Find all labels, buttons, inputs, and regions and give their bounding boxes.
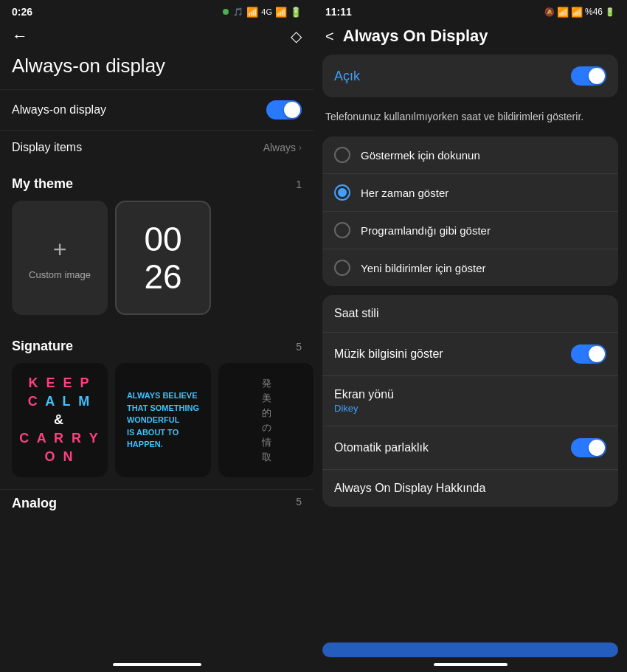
- status-icons-right: 🔕 📶 📶 %46 🔋: [544, 7, 615, 18]
- plus-icon: +: [53, 236, 67, 263]
- page-title-right: Always On Display: [343, 27, 488, 46]
- menu-item-screen-orient[interactable]: Ekran yönü Dikey: [322, 376, 618, 426]
- chevron-icon: ›: [299, 142, 302, 153]
- radio-item-always[interactable]: Her zaman göster: [322, 174, 618, 212]
- always-on-toggle-row: Always-on display: [0, 89, 314, 130]
- analog-title: Analog: [12, 496, 57, 511]
- radio-circle-newnotif: [334, 260, 350, 276]
- display-items-value: Always ›: [263, 142, 302, 153]
- home-indicator-right: [434, 663, 508, 666]
- radio-inner-always: [338, 188, 347, 197]
- clock-style-label: Saat stili: [334, 307, 378, 320]
- wifi-icon: 📶: [275, 7, 287, 18]
- clock-minute: 26: [144, 258, 181, 296]
- bottom-button-partial: [322, 642, 618, 657]
- menu-item-music-info[interactable]: Müzik bilgisini göster: [322, 333, 618, 376]
- my-theme-title: My theme: [12, 176, 73, 192]
- radio-label-touch: Göstermek için dokunun: [361, 149, 480, 162]
- status-icons-left: 🎵 📶 4G 📶 🔋: [223, 7, 302, 18]
- menu-item-auto-brightness[interactable]: Otomatik parlaklık: [322, 426, 618, 470]
- screen-orient-sublabel: Dikey: [334, 403, 394, 414]
- radio-item-touch[interactable]: Göstermek için dokunun: [322, 136, 618, 174]
- my-theme-count: 1: [296, 179, 302, 190]
- radio-label-always: Her zaman göster: [361, 187, 448, 199]
- network-label: 4G: [261, 7, 272, 16]
- radio-item-scheduled[interactable]: Programlandığı gibi göster: [322, 212, 618, 249]
- radio-label-scheduled: Programlandığı gibi göster: [361, 224, 491, 237]
- signature-count: 5: [296, 341, 302, 353]
- signature-title: Signature: [12, 339, 73, 354]
- music-info-toggle[interactable]: [571, 344, 606, 364]
- radio-circle-touch: [334, 147, 350, 163]
- radio-label-newnotif: Yeni bildirimler için göster: [361, 262, 486, 274]
- status-bar-right: 11:11 🔕 📶 📶 %46 🔋: [314, 0, 627, 21]
- custom-image-label: Custom image: [29, 269, 91, 280]
- edit-icon-left[interactable]: ◇: [291, 27, 302, 45]
- signal-icon-right: 📶: [571, 7, 583, 18]
- menu-item-clock-style[interactable]: Saat stili: [322, 295, 618, 333]
- clock-card[interactable]: 00 26: [115, 201, 211, 315]
- custom-image-card[interactable]: + Custom image: [12, 201, 108, 315]
- music-info-label: Müzik bilgisini göster: [334, 347, 443, 361]
- radio-circle-always: [334, 184, 350, 201]
- sig-card-3-content: 発 美 的 の 情 取: [262, 377, 271, 464]
- clock-hour: 00: [144, 221, 181, 258]
- signature-card-3[interactable]: 発 美 的 の 情 取: [218, 363, 314, 477]
- acik-toggle[interactable]: [571, 66, 606, 86]
- status-time-right: 11:11: [325, 6, 352, 18]
- my-theme-header: My theme 1: [0, 164, 314, 198]
- radio-item-newnotif[interactable]: Yeni bildirimler için göster: [322, 249, 618, 286]
- analog-count: 5: [296, 496, 302, 511]
- signal-icon: 📶: [246, 7, 258, 18]
- right-panel: 11:11 🔕 📶 📶 %46 🔋 < Always On Display Aç…: [314, 0, 627, 672]
- top-nav-right: < Always On Display: [314, 21, 627, 55]
- menu-item-about[interactable]: Always On Display Hakkında: [322, 470, 618, 507]
- signature-card-1[interactable]: K E E P C A L M & C A R R Y O N: [12, 363, 108, 477]
- status-bar-left: 0:26 🎵 📶 4G 📶 🔋: [0, 0, 314, 21]
- back-button-right[interactable]: <: [325, 28, 334, 45]
- auto-brightness-toggle[interactable]: [571, 438, 606, 457]
- status-time-left: 0:26: [12, 6, 32, 18]
- battery-text-right: %46: [585, 7, 603, 17]
- clock-display: 00 26: [144, 221, 181, 295]
- top-nav-left: ← ◇: [0, 21, 314, 52]
- always-on-toggle[interactable]: [266, 100, 302, 119]
- battery-icon-right: 🔋: [605, 7, 615, 17]
- acik-label: Açık: [334, 69, 360, 84]
- description-text: Telefonunuz kullanılmıyorken saat ve bil…: [314, 106, 627, 136]
- sig-card-1-text: K E E P C A L M & C A R R Y O N: [19, 374, 100, 467]
- radio-group: Göstermek için dokunun Her zaman göster …: [322, 136, 618, 286]
- page-title-left: Always-on display: [0, 52, 314, 89]
- acik-row: Açık: [322, 55, 618, 97]
- status-dot: [223, 9, 229, 15]
- always-on-toggle-label: Always-on display: [12, 103, 106, 117]
- signature-grid: K E E P C A L M & C A R R Y O N ALWAYS B…: [0, 360, 314, 489]
- mute-icon: 🔕: [544, 7, 555, 17]
- bluetooth-icon: 🎵: [233, 7, 243, 17]
- sig-card-2-text: ALWAYS BELIEVE THAT SOMETHING WONDERFUL …: [127, 389, 199, 451]
- menu-section: Saat stili Müzik bilgisini göster Ekran …: [322, 295, 618, 507]
- home-indicator-left: [113, 663, 201, 666]
- left-panel: 0:26 🎵 📶 4G 📶 🔋 ← ◇ Always-on display Al…: [0, 0, 314, 672]
- radio-circle-scheduled: [334, 222, 350, 238]
- about-label: Always On Display Hakkında: [334, 482, 485, 495]
- display-items-label: Display items: [12, 141, 82, 154]
- back-button-left[interactable]: ←: [12, 27, 28, 46]
- auto-brightness-label: Otomatik parlaklık: [334, 441, 429, 454]
- analog-header: Analog 5: [0, 489, 314, 514]
- display-items-row[interactable]: Display items Always ›: [0, 130, 314, 164]
- signature-header: Signature 5: [0, 327, 314, 360]
- battery-icon-left: 🔋: [290, 7, 302, 18]
- screen-orient-content: Ekran yönü Dikey: [334, 388, 394, 414]
- wifi-icon-right: 📶: [557, 7, 569, 18]
- screen-orient-label: Ekran yönü: [334, 388, 394, 401]
- theme-grid: + Custom image 00 26: [0, 198, 314, 327]
- signature-card-2[interactable]: ALWAYS BELIEVE THAT SOMETHING WONDERFUL …: [115, 363, 211, 477]
